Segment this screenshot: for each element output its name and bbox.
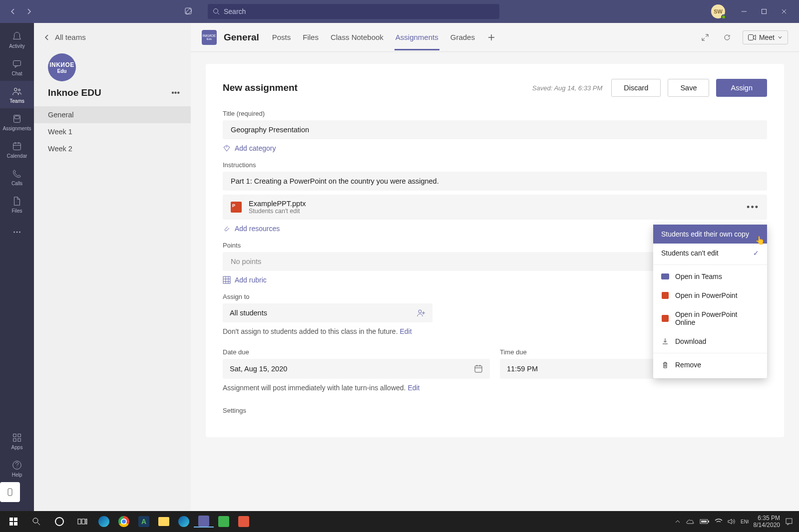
rail-teams[interactable]: Teams	[0, 81, 34, 108]
teams-icon	[661, 273, 669, 279]
compose-button[interactable]	[182, 4, 196, 18]
attachment-options-menu: Students edit their own copy 👆 Students …	[653, 225, 767, 378]
team-avatar: INKИOE Edu	[48, 53, 76, 81]
svg-rect-31	[86, 519, 87, 524]
expand-button[interactable]	[699, 31, 712, 44]
instructions-label: Instructions	[223, 161, 767, 169]
rail-calendar[interactable]: Calendar	[0, 136, 34, 163]
team-more-button[interactable]: •••	[171, 88, 180, 97]
taskbar-app-file-explorer[interactable]	[154, 517, 174, 526]
notifications-icon	[785, 518, 793, 526]
nav-back-button[interactable]	[8, 6, 18, 16]
user-avatar[interactable]: SW	[711, 4, 725, 18]
menu-open-in-teams[interactable]: Open in Teams	[653, 267, 767, 286]
menu-open-in-powerpoint-online[interactable]: Open in PowerPoint Online	[653, 305, 767, 332]
svg-rect-15	[18, 438, 21, 441]
tab-assignments[interactable]: Assignments	[391, 24, 443, 50]
discard-button[interactable]: Discard	[611, 79, 661, 97]
channel-tabbar: INKИOEEdu General Posts Files Class Note…	[191, 23, 799, 52]
menu-separator	[653, 265, 767, 265]
rubric-icon	[223, 276, 231, 284]
edit-post-note-link[interactable]: Edit	[407, 384, 419, 392]
svg-text:ENG: ENG	[741, 519, 749, 525]
add-category-link[interactable]: Add category	[223, 144, 767, 152]
system-tray[interactable]: ENG 6:35 PM 8/14/2020	[675, 515, 797, 529]
popout-button[interactable]	[0, 482, 20, 502]
add-tab-button[interactable]	[485, 31, 498, 44]
svg-point-19	[226, 146, 227, 147]
svg-rect-25	[14, 518, 17, 521]
taskbar-app-edge[interactable]	[94, 516, 114, 527]
channel-avatar-icon: INKИOEEdu	[202, 30, 217, 45]
post-note: Assignment will post immediately with la…	[223, 384, 767, 392]
svg-point-11	[19, 231, 20, 233]
taskbar-app-generic1[interactable]: A	[134, 516, 154, 527]
tab-grades[interactable]: Grades	[445, 24, 480, 50]
battery-icon	[700, 519, 710, 525]
taskbar-app-edge2[interactable]	[174, 516, 194, 527]
menu-students-edit-own-copy[interactable]: Students edit their own copy 👆	[653, 225, 767, 244]
channel-week-2[interactable]: Week 2	[34, 140, 191, 157]
window-maximize-button[interactable]	[754, 1, 774, 21]
window-close-button[interactable]	[774, 1, 794, 21]
channel-general[interactable]: General	[34, 106, 191, 123]
taskbar-clock[interactable]: 6:35 PM 8/14/2020	[754, 515, 780, 529]
svg-rect-27	[14, 522, 17, 526]
rail-assignments[interactable]: Assignments	[0, 108, 34, 136]
menu-open-in-powerpoint[interactable]: Open in PowerPoint	[653, 286, 767, 305]
tab-posts[interactable]: Posts	[267, 24, 296, 50]
attachment-more-button[interactable]: •••	[747, 202, 759, 213]
all-teams-link[interactable]: All teams	[34, 23, 191, 46]
trash-icon	[661, 361, 669, 369]
rail-help[interactable]: Help	[0, 455, 34, 482]
presence-indicator	[721, 14, 726, 19]
taskbar-app-snagit[interactable]	[234, 516, 254, 527]
tab-class-notebook[interactable]: Class Notebook	[326, 24, 389, 50]
nav-forward-button[interactable]	[24, 6, 34, 16]
rail-chat[interactable]: Chat	[0, 53, 34, 81]
svg-rect-14	[13, 438, 16, 441]
rail-more[interactable]	[0, 218, 34, 246]
svg-rect-17	[8, 489, 12, 496]
task-view-button[interactable]	[71, 511, 94, 532]
menu-remove[interactable]: Remove	[653, 355, 767, 374]
svg-point-5	[18, 89, 20, 91]
meet-button[interactable]: Meet	[743, 30, 788, 44]
svg-rect-30	[82, 519, 85, 524]
powerpoint-icon	[662, 292, 669, 299]
window-titlebar: Search SW	[0, 0, 799, 23]
assign-to-select[interactable]: All students	[223, 303, 432, 322]
rail-apps[interactable]: Apps	[0, 427, 34, 455]
date-due-input[interactable]: Sat, Aug 15, 2020	[223, 359, 490, 379]
window-minimize-button[interactable]	[734, 1, 754, 21]
edit-assign-future-link[interactable]: Edit	[400, 327, 411, 335]
search-input[interactable]: Search	[208, 4, 499, 19]
svg-rect-20	[223, 276, 230, 283]
instructions-input[interactable]: Part 1: Creating a PowerPoint on the cou…	[223, 172, 767, 191]
tab-files[interactable]: Files	[298, 24, 324, 50]
channel-title: General	[224, 32, 259, 43]
cortana-button[interactable]	[48, 511, 71, 532]
save-button[interactable]: Save	[668, 79, 709, 97]
taskbar-app-teams[interactable]	[194, 516, 214, 528]
tag-icon	[223, 144, 231, 152]
rail-files[interactable]: Files	[0, 191, 34, 218]
start-button[interactable]	[2, 511, 25, 532]
taskbar-app-camtasia[interactable]	[214, 516, 234, 527]
svg-rect-26	[9, 522, 13, 526]
assign-button[interactable]: Assign	[716, 79, 767, 97]
refresh-button[interactable]	[721, 31, 734, 44]
title-input[interactable]: Geography Presentation	[223, 120, 767, 139]
title-label: Title (required)	[223, 110, 767, 117]
channel-week-1[interactable]: Week 1	[34, 123, 191, 140]
menu-download[interactable]: Download	[653, 332, 767, 351]
svg-rect-36	[786, 519, 792, 524]
search-icon	[213, 8, 220, 15]
rail-activity[interactable]: Activity	[0, 26, 34, 53]
menu-students-cant-edit[interactable]: Students can't edit ✓	[653, 244, 767, 263]
rail-calls[interactable]: Calls	[0, 163, 34, 191]
taskbar-app-chrome[interactable]	[114, 516, 134, 527]
onedrive-icon	[686, 519, 695, 525]
taskbar-search[interactable]	[25, 511, 48, 532]
check-icon: ✓	[753, 249, 759, 257]
